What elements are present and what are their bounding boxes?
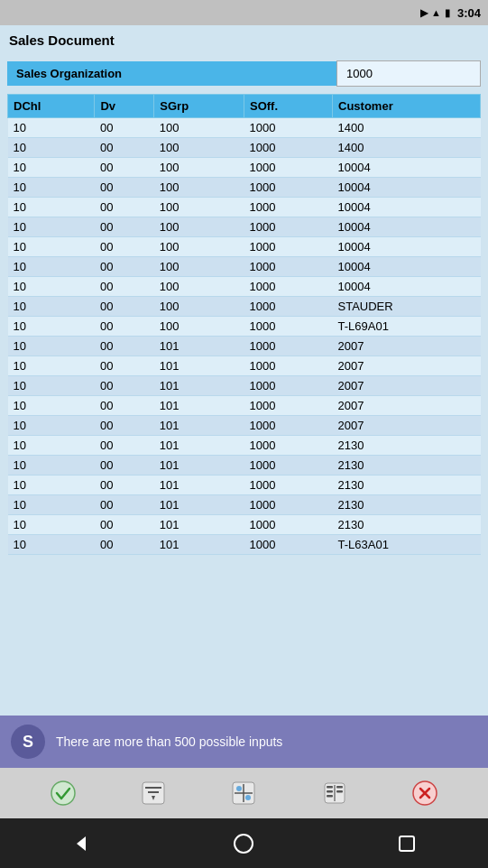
table-row[interactable]: 100010110002130 [8, 495, 481, 515]
close-icon [412, 780, 437, 806]
cell-soff: 1000 [244, 158, 332, 178]
back-button[interactable] [59, 826, 104, 862]
svg-rect-12 [327, 786, 333, 789]
cell-sgrp: 101 [154, 535, 244, 555]
cell-sgrp: 100 [154, 317, 244, 337]
cell-customer: 2007 [333, 396, 481, 416]
cell-customer: 10004 [333, 237, 481, 257]
table-row[interactable]: 1000100100010004 [8, 217, 481, 237]
cell-dv: 00 [95, 277, 154, 297]
cell-dchl: 10 [8, 217, 95, 237]
cell-customer: 2007 [333, 356, 481, 376]
table-row[interactable]: 100010110002130 [8, 476, 481, 495]
cell-customer: 2007 [333, 337, 481, 356]
cell-dv: 00 [95, 495, 154, 515]
cell-customer: 1400 [333, 138, 481, 158]
table-row[interactable]: 1000100100010004 [8, 198, 481, 217]
table-container[interactable]: DChl Dv SGrp SOff. Customer 100010010001… [7, 94, 481, 712]
svg-rect-22 [400, 836, 414, 851]
cell-dv: 00 [95, 476, 154, 495]
cell-dchl: 10 [8, 515, 95, 535]
svg-point-21 [235, 835, 253, 853]
grid-button[interactable] [226, 775, 262, 811]
book-button[interactable] [317, 775, 353, 811]
cell-soff: 1000 [244, 317, 332, 337]
table-row[interactable]: 100010010001400 [8, 138, 481, 158]
cell-dchl: 10 [8, 277, 95, 297]
cell-soff: 1000 [244, 456, 332, 476]
nav-bar [0, 818, 488, 868]
table-row[interactable]: 100010110002007 [8, 376, 481, 396]
cell-dv: 00 [95, 396, 154, 416]
table-row[interactable]: 1000100100010004 [8, 257, 481, 277]
confirm-button[interactable] [45, 775, 81, 811]
recent-button[interactable] [384, 826, 429, 862]
cell-soff: 1000 [244, 257, 332, 277]
cell-dv: 00 [95, 317, 154, 337]
cell-dchl: 10 [8, 158, 95, 178]
cell-dv: 00 [95, 515, 154, 535]
cell-dv: 00 [95, 257, 154, 277]
table-row[interactable]: 100010110002130 [8, 515, 481, 535]
title-bar: Sales Document [0, 25, 488, 55]
cell-dv: 00 [95, 237, 154, 257]
cell-dv: 00 [95, 297, 154, 317]
cell-dchl: 10 [8, 436, 95, 456]
table-row[interactable]: 1000100100010004 [8, 178, 481, 198]
close-button[interactable] [407, 775, 443, 811]
cell-soff: 1000 [244, 356, 332, 376]
cell-dv: 00 [95, 217, 154, 237]
cell-sgrp: 100 [154, 237, 244, 257]
cell-dv: 00 [95, 436, 154, 456]
table-row[interactable]: 100010010001400 [8, 118, 481, 138]
col-header-dchl: DChl [8, 95, 95, 118]
cell-sgrp: 101 [154, 495, 244, 515]
table-row[interactable]: 1000100100010004 [8, 158, 481, 178]
cell-dv: 00 [95, 118, 154, 138]
cell-sgrp: 101 [154, 356, 244, 376]
cell-soff: 1000 [244, 495, 332, 515]
cell-soff: 1000 [244, 198, 332, 217]
status-bar: ▶ ▲ ▮ 3:04 [0, 0, 488, 25]
cell-dv: 00 [95, 356, 154, 376]
table-row[interactable]: 100010110002007 [8, 337, 481, 356]
main-content: Sales Organization 1000 DChl Dv SGrp SOf… [0, 55, 488, 712]
cell-customer: 2007 [333, 376, 481, 396]
cell-sgrp: 101 [154, 515, 244, 535]
table-row[interactable]: 1000100100010004 [8, 237, 481, 257]
cell-dchl: 10 [8, 535, 95, 555]
cell-sgrp: 100 [154, 217, 244, 237]
notification-message: There are more than 500 possible inputs [56, 734, 282, 749]
cell-dv: 00 [95, 337, 154, 356]
col-header-dv: Dv [95, 95, 154, 118]
table-body: 1000100100014001000100100014001000100100… [8, 118, 481, 555]
cell-dchl: 10 [8, 257, 95, 277]
cell-customer: 10004 [333, 277, 481, 297]
cell-sgrp: 101 [154, 456, 244, 476]
table-row[interactable]: 10001001000T-L69A01 [8, 317, 481, 337]
cell-customer: 1400 [333, 118, 481, 138]
cell-sgrp: 101 [154, 416, 244, 436]
cell-soff: 1000 [244, 396, 332, 416]
cell-customer: 2130 [333, 436, 481, 456]
filter-button[interactable] [135, 775, 171, 811]
table-row[interactable]: 100010110002130 [8, 456, 481, 476]
cell-dchl: 10 [8, 198, 95, 217]
cell-soff: 1000 [244, 436, 332, 456]
cell-soff: 1000 [244, 535, 332, 555]
signal-icon: ▶ [420, 7, 428, 19]
notification-avatar: S [11, 725, 45, 759]
table-row[interactable]: 1000100100010004 [8, 277, 481, 297]
table-row[interactable]: 10001001000STAUDER [8, 297, 481, 317]
table-row[interactable]: 100010110002007 [8, 416, 481, 436]
table-row[interactable]: 100010110002007 [8, 396, 481, 416]
table-row[interactable]: 100010110002007 [8, 356, 481, 376]
cell-soff: 1000 [244, 138, 332, 158]
home-button[interactable] [221, 826, 266, 862]
table-row[interactable]: 100010110002130 [8, 436, 481, 456]
cell-dv: 00 [95, 535, 154, 555]
cell-dchl: 10 [8, 237, 95, 257]
table-row[interactable]: 10001011000T-L63A01 [8, 535, 481, 555]
svg-point-8 [236, 786, 242, 791]
cell-sgrp: 100 [154, 118, 244, 138]
